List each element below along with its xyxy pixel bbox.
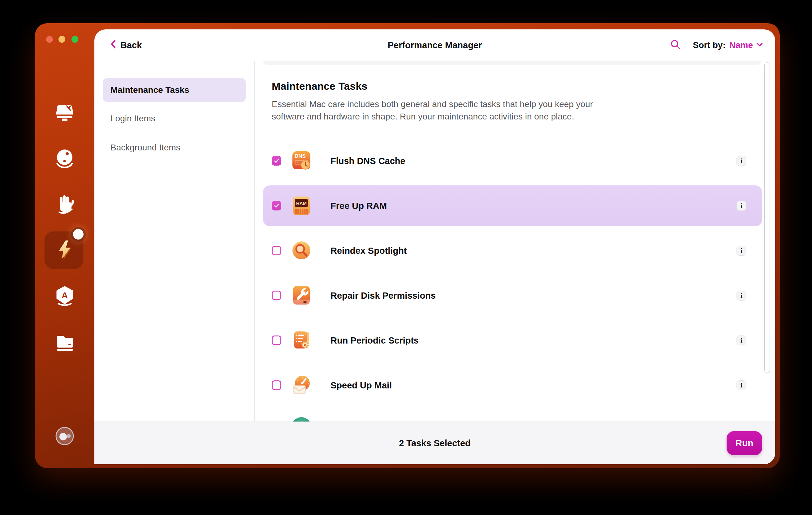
checkbox-unchecked[interactable] (272, 336, 281, 345)
svg-text:DNS: DNS (295, 153, 306, 159)
info-button[interactable]: i (736, 291, 746, 301)
sort-by-value: Name (729, 40, 753, 50)
vertical-scrollbar-thumb[interactable] (764, 62, 770, 373)
applications-icon[interactable]: A (55, 286, 74, 307)
assistant-icon[interactable] (55, 427, 74, 446)
task-row-run-periodic-scripts[interactable]: Run Periodic Scripts i (263, 320, 762, 361)
minimize-window-button[interactable] (58, 36, 65, 43)
task-row-repair-disk-permissions[interactable]: Repair Disk Permissions i (263, 275, 762, 316)
nav-item-login-items[interactable]: Login Items (103, 107, 246, 131)
checkbox-unchecked[interactable] (272, 380, 281, 390)
speed-up-mail-icon (291, 375, 311, 395)
task-label: Flush DNS Cache (330, 141, 405, 181)
task-label: Free Up RAM (330, 185, 387, 226)
task-row-free-up-ram[interactable]: RAM Free Up RAM i (263, 185, 762, 226)
footer-bar: 2 Tasks Selected Run (94, 422, 775, 464)
info-button[interactable]: i (736, 336, 746, 345)
performance-bolt-icon[interactable] (55, 240, 73, 260)
privacy-hand-icon[interactable] (55, 194, 74, 214)
section-title: Maintenance Tasks (272, 80, 367, 92)
svg-text:RAM: RAM (296, 201, 307, 206)
info-button[interactable]: i (736, 246, 746, 256)
checkbox-checked[interactable] (272, 156, 281, 166)
sort-by-dropdown[interactable]: Sort by: Name (693, 40, 763, 50)
close-window-button[interactable] (46, 36, 53, 43)
checkbox-unchecked[interactable] (272, 291, 281, 300)
run-button[interactable]: Run (727, 431, 762, 455)
performance-manager-panel: Back Performance Manager Sort by: Name M… (94, 29, 775, 464)
task-label: Reindex Spotlight (330, 230, 407, 271)
app-window: A Back Performance Manager (35, 23, 780, 468)
nav-item-maintenance-tasks[interactable]: Maintenance Tasks (103, 78, 246, 102)
section-description: Essential Mac care includes both general… (272, 98, 593, 123)
task-label: Speed Up Mail (330, 365, 392, 406)
periodic-scripts-icon (291, 331, 311, 350)
reindex-spotlight-icon (291, 241, 311, 261)
task-label: Run Periodic Scripts (330, 320, 419, 361)
performance-badge (73, 229, 84, 239)
task-label: Repair Disk Permissions (330, 275, 436, 316)
task-row-flush-dns-cache[interactable]: DNS Flush DNS Cache i (263, 141, 762, 181)
checkbox-unchecked[interactable] (272, 246, 281, 255)
flush-dns-icon: DNS (291, 151, 311, 171)
checkbox-checked[interactable] (272, 201, 281, 210)
free-up-ram-icon: RAM (291, 196, 311, 216)
selected-tasks-status: 2 Tasks Selected (94, 422, 775, 464)
repair-disk-icon (291, 286, 311, 306)
nav-item-background-items[interactable]: Background Items (103, 136, 246, 160)
scrolled-item-edge (263, 61, 761, 65)
info-button[interactable]: i (736, 201, 746, 211)
cleanup-icon[interactable] (55, 104, 75, 122)
search-icon[interactable] (670, 39, 681, 51)
task-row-speed-up-mail[interactable]: Speed Up Mail i (263, 365, 762, 406)
info-button[interactable]: i (736, 156, 746, 166)
nav-divider (254, 61, 255, 422)
chevron-down-icon (757, 42, 763, 48)
protection-icon[interactable] (55, 149, 74, 168)
task-row-reindex-spotlight[interactable]: Reindex Spotlight i (263, 230, 762, 271)
info-button[interactable]: i (736, 380, 746, 390)
folder-icon[interactable] (55, 333, 74, 351)
sort-by-label: Sort by: (693, 40, 726, 50)
zoom-window-button[interactable] (71, 36, 78, 43)
svg-text:A: A (62, 291, 68, 300)
